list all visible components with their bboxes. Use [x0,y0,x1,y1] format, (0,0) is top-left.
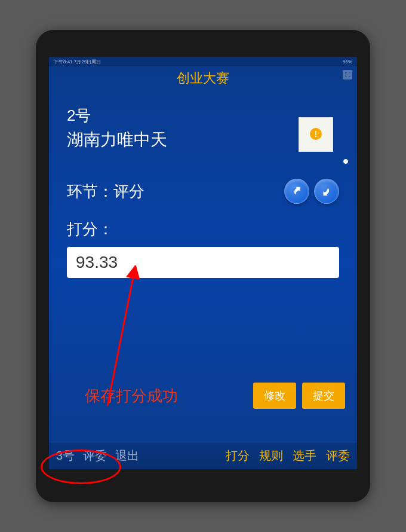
section-value: 评分 [113,181,284,202]
tablet-device-frame: 下午8:41 7月29日周日 96% 创业大赛 ⛶ 2号 湖南力唯中天 ! [36,30,370,502]
arrow-up-left-icon [290,185,303,198]
nav-button-group [284,179,339,204]
tab-rules[interactable]: 规则 [259,448,283,464]
contestant-info: 2号 湖南力唯中天 [67,105,299,151]
section-label: 环节： [67,181,113,202]
fullscreen-icon[interactable]: ⛶ [343,70,352,80]
main-content: 2号 湖南力唯中天 ! 环节： 评分 [49,90,357,442]
footer-nav: 3号 评委 退出 打分 规则 选手 评委 [49,442,357,469]
app-header: 创业大赛 ⛶ [49,66,357,90]
exit-button[interactable]: 退出 [115,448,139,464]
score-input[interactable] [67,247,339,278]
submit-button[interactable]: 提交 [302,383,345,409]
action-bar: 保存打分成功 修改 提交 [49,383,357,409]
status-message: 保存打分成功 [85,386,178,406]
modify-button[interactable]: 修改 [253,383,296,409]
status-time: 下午8:41 7月29日周日 [54,59,101,65]
page-title: 创业大赛 [177,69,229,87]
contestant-avatar[interactable]: ! [299,117,333,152]
section-row: 环节： 评分 [67,179,339,204]
tab-contestants[interactable]: 选手 [293,448,316,464]
judge-number: 3号 [56,448,75,464]
arrow-down-right-icon [320,185,333,198]
page-indicator-dot [343,159,348,164]
contestant-number: 2号 [67,105,299,126]
contestant-info-row: 2号 湖南力唯中天 ! [67,105,339,152]
app-screen: 下午8:41 7月29日周日 96% 创业大赛 ⛶ 2号 湖南力唯中天 ! [49,57,357,469]
warning-icon: ! [310,128,322,140]
tab-judges[interactable]: 评委 [326,448,350,464]
judge-role-label: 评委 [83,448,107,464]
status-bar: 下午8:41 7月29日周日 96% [49,57,357,66]
contestant-name: 湖南力唯中天 [67,129,299,151]
next-button[interactable] [314,179,339,204]
status-battery: 96% [343,59,352,65]
footer-tabs: 打分 规则 选手 评委 [226,448,350,464]
score-label: 打分： [67,219,339,240]
footer-left: 3号 评委 [56,448,107,464]
tab-score[interactable]: 打分 [226,448,250,464]
prev-button[interactable] [284,179,309,204]
